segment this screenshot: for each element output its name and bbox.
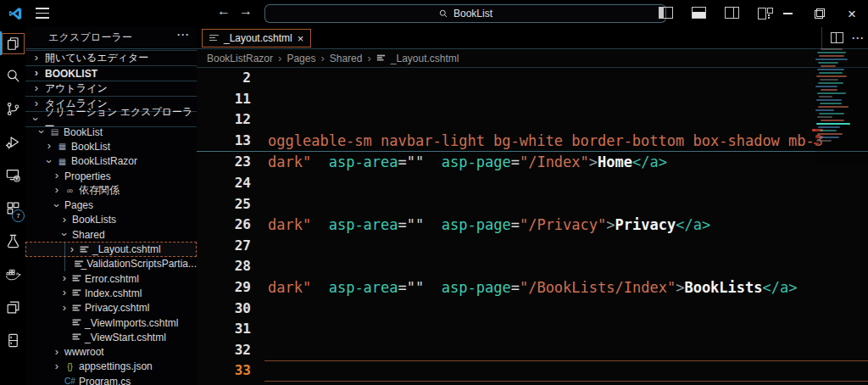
toggle-panel-icon[interactable] bbox=[692, 7, 706, 19]
code-line-32[interactable]: 32 bbox=[197, 340, 868, 361]
code-line-23[interactable]: 23dark" asp-area="" asp-page="/Index">Ho… bbox=[197, 152, 868, 173]
breadcrumb-pages[interactable]: Pages bbox=[287, 53, 315, 64]
chevron-icon: › bbox=[52, 201, 63, 209]
tree-item-label: Error.cshtml bbox=[85, 273, 139, 285]
code-line-33[interactable]: 33 bbox=[197, 360, 868, 382]
line-content bbox=[264, 194, 868, 215]
razor-file-icon bbox=[73, 276, 81, 282]
tab-layout-cshtml[interactable]: _Layout.cshtml × bbox=[202, 29, 311, 47]
tree-item-privacy-cshtml[interactable]: ›Privacy.cshtml bbox=[25, 301, 197, 315]
minimize-button[interactable] bbox=[771, 0, 804, 27]
editor-more-actions-icon[interactable]: ··· bbox=[852, 32, 865, 44]
code-line-13[interactable]: 13oggleable-sm navbar-light bg-white bor… bbox=[197, 131, 868, 152]
restore-button[interactable] bbox=[804, 0, 836, 27]
tree-item-label: _ViewImports.cshtml bbox=[85, 317, 178, 329]
line-number: 13 bbox=[197, 131, 264, 152]
activity-docker-button[interactable] bbox=[0, 259, 25, 292]
code-line-2[interactable]: 2 bbox=[197, 68, 868, 89]
split-editor-icon[interactable] bbox=[831, 32, 843, 43]
code-line-29[interactable]: 29dark" asp-area="" asp-page="/BookLists… bbox=[197, 277, 868, 299]
chevron-icon: › bbox=[53, 346, 61, 357]
line-number: 30 bbox=[197, 299, 264, 320]
razor-file-icon bbox=[81, 246, 89, 253]
code-line-25[interactable]: 25 bbox=[197, 194, 868, 215]
activity-run-debug-button[interactable] bbox=[0, 126, 25, 159]
testing-icon bbox=[5, 233, 21, 252]
tree-item-shared[interactable]: ›Shared bbox=[25, 227, 197, 242]
tree-item-program-cs[interactable]: C#Program.cs bbox=[25, 374, 197, 385]
code-line-31[interactable]: 31 bbox=[197, 319, 868, 340]
activity-remote-explorer-button[interactable] bbox=[0, 159, 25, 192]
tree-item--viewstart-cshtml[interactable]: _ViewStart.cshtml bbox=[25, 330, 197, 344]
back-button[interactable]: ← bbox=[217, 3, 231, 19]
line-content: dark" asp-area="" asp-page="/Index">Home… bbox=[264, 152, 868, 173]
code-line-28[interactable]: 28 bbox=[197, 256, 868, 277]
line-content bbox=[264, 173, 868, 194]
code-editor[interactable]: 2111213oggleable-sm navbar-light bg-whit… bbox=[197, 68, 868, 385]
line-number: 27 bbox=[197, 236, 264, 257]
section-label: アウトライン bbox=[45, 81, 108, 96]
section-2[interactable]: ›アウトライン bbox=[25, 81, 197, 96]
activity-storage-button[interactable] bbox=[0, 325, 25, 358]
tree-item-index-cshtml[interactable]: ›Index.cshtml bbox=[25, 286, 197, 300]
code-line-26[interactable]: 26dark" asp-area="" asp-page="/Privacy">… bbox=[197, 215, 868, 236]
razor-file-icon bbox=[73, 304, 81, 311]
minimap[interactable] bbox=[815, 48, 868, 165]
code-line-11[interactable]: 11 bbox=[197, 89, 868, 110]
tree-item-label: 依存関係 bbox=[79, 183, 120, 198]
sidebar-more-actions-icon[interactable]: ··· bbox=[177, 29, 190, 41]
tree-item--[interactable]: ›∞依存関係 bbox=[25, 183, 197, 198]
line-content bbox=[264, 340, 868, 361]
breadcrumb-file[interactable]: _Layout.cshtml bbox=[391, 53, 459, 64]
code-line-12[interactable]: 12 bbox=[197, 109, 868, 131]
editor-group: _Layout.cshtml × ··· BookListRazor › Pag… bbox=[197, 27, 868, 385]
breadcrumb-shared[interactable]: Shared bbox=[330, 53, 363, 64]
close-button[interactable]: × bbox=[836, 0, 868, 27]
layout-controls bbox=[659, 7, 773, 19]
search-icon bbox=[5, 68, 21, 86]
tree-item-booklistrazor[interactable]: ›▦BookListRazor bbox=[25, 154, 197, 169]
code-line-30[interactable]: 30 bbox=[197, 299, 868, 320]
code-line-24[interactable]: 24 bbox=[197, 173, 868, 194]
tree-item--viewimports-cshtml[interactable]: _ViewImports.cshtml bbox=[25, 315, 197, 330]
line-content bbox=[264, 360, 868, 382]
docker-icon bbox=[5, 266, 21, 285]
line-content: oggleable-sm navbar-light bg-white borde… bbox=[264, 131, 868, 152]
activity-search-button[interactable] bbox=[0, 60, 25, 93]
chevron-icon: › bbox=[60, 302, 69, 313]
section-0[interactable]: ›開いているエディター bbox=[25, 50, 197, 65]
menu-icon[interactable] bbox=[36, 8, 49, 19]
tree-item-error-cshtml[interactable]: ›Error.cshtml bbox=[25, 271, 197, 286]
tree-item-label: _ValidationScriptsPartia... bbox=[81, 258, 197, 270]
forward-button[interactable]: → bbox=[239, 3, 253, 19]
line-number: 25 bbox=[197, 194, 264, 215]
command-center-search[interactable]: BookList bbox=[264, 4, 666, 23]
tree-item-label: BookList bbox=[71, 141, 110, 153]
tab-close-icon[interactable]: × bbox=[298, 32, 304, 45]
tree-item-booklist[interactable]: ›▦BookList bbox=[25, 139, 197, 153]
tree-item-appsettings-json[interactable]: ›{}appsettings.json bbox=[25, 360, 197, 374]
tree-item-wwwroot[interactable]: ›wwwroot bbox=[25, 344, 197, 359]
activity-testing-button[interactable] bbox=[0, 226, 25, 259]
section-1[interactable]: ›BOOKLIST bbox=[25, 65, 197, 81]
files-icon bbox=[2, 33, 25, 54]
code-line-27[interactable]: 27 bbox=[197, 236, 868, 257]
activity-windows-button[interactable] bbox=[0, 292, 25, 325]
activity-extensions-button[interactable]: 7 bbox=[0, 192, 25, 226]
tree-item-properties[interactable]: ›Properties bbox=[25, 169, 197, 183]
chevron-right-icon: › bbox=[367, 52, 370, 64]
tree-item-booklists[interactable]: ›BookLists bbox=[25, 213, 197, 227]
activity-files-button[interactable] bbox=[0, 27, 25, 60]
tree-item--layout-cshtml[interactable]: ›_Layout.cshtml bbox=[25, 242, 197, 256]
tree-item-pages[interactable]: ›Pages bbox=[25, 198, 197, 212]
toggle-secondary-sidebar-icon[interactable] bbox=[725, 7, 739, 19]
tree-item--validationscriptspartia-[interactable]: _ValidationScriptsPartia... bbox=[25, 257, 197, 271]
breadcrumb: BookListRazor › Pages › Shared › _Layout… bbox=[197, 49, 868, 68]
activity-source-control-button[interactable] bbox=[0, 93, 25, 126]
tree-item-booklist[interactable]: ›▤BookList bbox=[25, 125, 197, 139]
line-content bbox=[264, 319, 868, 340]
line-content bbox=[264, 299, 868, 320]
editor-actions: ··· bbox=[821, 27, 865, 48]
breadcrumb-project[interactable]: BookListRazor bbox=[207, 53, 273, 64]
toggle-primary-sidebar-icon[interactable] bbox=[659, 7, 673, 19]
